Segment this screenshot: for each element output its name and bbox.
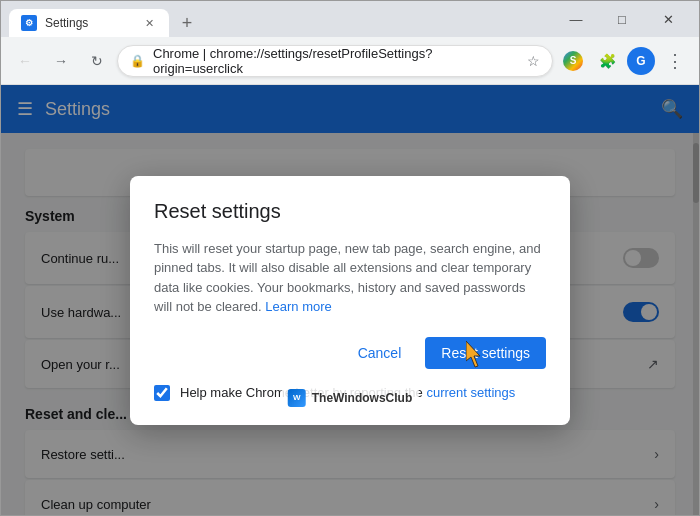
extensions-icon[interactable]: 🧩 bbox=[591, 45, 623, 77]
window-controls: — □ ✕ bbox=[553, 1, 691, 37]
help-chrome-checkbox[interactable] bbox=[154, 385, 170, 401]
tab-area: ⚙ Settings ✕ + bbox=[9, 1, 553, 37]
dialog-title: Reset settings bbox=[154, 200, 546, 223]
dialog-body: This will reset your startup page, new t… bbox=[154, 239, 546, 317]
url-bar[interactable]: 🔒 Chrome | chrome://settings/resetProfil… bbox=[117, 45, 553, 77]
watermark-icon: W bbox=[288, 389, 306, 407]
tab-favicon: ⚙ bbox=[21, 15, 37, 31]
profile-icon[interactable]: G bbox=[625, 45, 657, 77]
svg-marker-0 bbox=[466, 341, 480, 367]
address-bar: ← → ↻ 🔒 Chrome | chrome://settings/reset… bbox=[1, 37, 699, 85]
toolbar-icons: S 🧩 G ⋮ bbox=[557, 45, 691, 77]
url-text: Chrome | chrome://settings/resetProfileS… bbox=[153, 46, 519, 76]
bookmark-icon[interactable]: ☆ bbox=[527, 53, 540, 69]
browser-window: ⚙ Settings ✕ + — □ ✕ ← → ↻ 🔒 Chrome | ch… bbox=[0, 0, 700, 516]
watermark: W TheWindowsClub bbox=[282, 387, 419, 409]
avatar: G bbox=[627, 47, 655, 75]
three-dots-icon: ⋮ bbox=[666, 50, 685, 72]
cancel-button[interactable]: Cancel bbox=[342, 337, 418, 369]
lock-icon: 🔒 bbox=[130, 54, 145, 68]
back-button[interactable]: ← bbox=[9, 45, 41, 77]
new-tab-button[interactable]: + bbox=[173, 9, 201, 37]
close-button[interactable]: ✕ bbox=[645, 1, 691, 37]
menu-button[interactable]: ⋮ bbox=[659, 45, 691, 77]
sync-icon[interactable]: S bbox=[557, 45, 589, 77]
reset-settings-dialog: Reset settings This will reset your star… bbox=[130, 176, 570, 425]
learn-more-link[interactable]: Learn more bbox=[265, 299, 331, 314]
current-settings-link[interactable]: current settings bbox=[426, 385, 515, 400]
watermark-text: TheWindowsClub bbox=[312, 391, 413, 405]
forward-button[interactable]: → bbox=[45, 45, 77, 77]
puzzle-icon: 🧩 bbox=[599, 53, 616, 69]
minimize-button[interactable]: — bbox=[553, 1, 599, 37]
cursor-indicator bbox=[466, 341, 490, 375]
active-tab[interactable]: ⚙ Settings ✕ bbox=[9, 9, 169, 37]
browser-content: ☰ Settings 🔍 System Continue ru... Use h… bbox=[1, 85, 699, 515]
title-bar: ⚙ Settings ✕ + — □ ✕ bbox=[1, 1, 699, 37]
tab-close-button[interactable]: ✕ bbox=[141, 15, 157, 31]
modal-overlay: Reset settings This will reset your star… bbox=[1, 85, 699, 515]
refresh-button[interactable]: ↻ bbox=[81, 45, 113, 77]
cursor-icon bbox=[466, 341, 490, 371]
maximize-button[interactable]: □ bbox=[599, 1, 645, 37]
s-colored-icon: S bbox=[563, 51, 583, 71]
tab-title: Settings bbox=[45, 16, 133, 30]
